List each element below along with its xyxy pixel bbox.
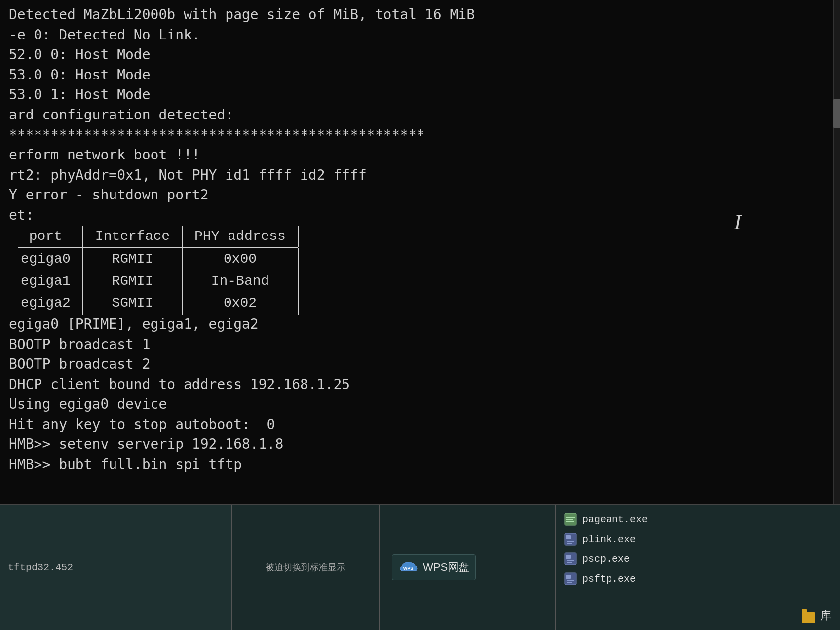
pageant-icon (564, 512, 577, 526)
scrollbar-thumb[interactable] (833, 99, 840, 128)
svg-rect-10 (566, 555, 571, 559)
wps-cloud-icon: WPS (398, 560, 418, 575)
cell-iface-0: RGMII (83, 248, 182, 271)
plink-icon (564, 532, 577, 546)
network-table: port Interface PHY address egiga0 RGMII … (18, 226, 299, 315)
taskbar-wps-area: WPS WPS网盘 (380, 505, 556, 630)
file-name-plink: plink.exe (582, 534, 636, 545)
svg-rect-3 (566, 519, 573, 520)
svg-rect-12 (567, 562, 572, 563)
col-interface: Interface (83, 226, 182, 248)
svg-rect-16 (567, 582, 572, 583)
cell-port-1: egiga1 (18, 271, 83, 293)
terminal-output: Detected MaZbLi2000b with page size of M… (9, 5, 831, 226)
taskbar-left: tftpd32.452 (0, 505, 232, 630)
svg-text:WPS: WPS (403, 566, 414, 571)
tftpd-label: tftpd32.452 (8, 562, 73, 573)
svg-rect-2 (566, 517, 575, 518)
text-cursor: I (734, 207, 741, 237)
taskbar: tftpd32.452 被迫切换到标准显示 WPS WPS网盘 (0, 504, 840, 630)
folder-label: 库 (820, 608, 831, 623)
cell-phy-1: In-Band (182, 271, 298, 293)
psftp-icon (564, 572, 577, 586)
svg-rect-14 (566, 575, 571, 579)
folder-icon (802, 612, 815, 623)
cell-phy-2: 0x02 (182, 292, 298, 315)
file-name-psftp: psftp.exe (582, 573, 636, 585)
wps-label: WPS网盘 (423, 560, 469, 575)
svg-rect-11 (567, 560, 574, 561)
wps-cloud-button[interactable]: WPS WPS网盘 (392, 554, 476, 580)
cell-iface-2: SGMII (83, 292, 182, 315)
file-item-psftp[interactable]: psftp.exe (564, 571, 785, 587)
cell-port-0: egiga0 (18, 248, 83, 271)
svg-rect-4 (566, 521, 574, 522)
center-text: 被迫切换到标准显示 (266, 561, 345, 573)
file-item-pageant[interactable]: pageant.exe (564, 512, 785, 527)
taskbar-center-label[interactable]: 被迫切换到标准显示 (232, 505, 380, 630)
taskbar-folder-area[interactable]: 库 (793, 505, 840, 630)
cell-phy-0: 0x00 (182, 248, 298, 271)
file-name-pscp: pscp.exe (582, 553, 630, 565)
cell-iface-1: RGMII (83, 271, 182, 293)
terminal-after-table: egiga0 [PRIME], egiga1, egiga2 BOOTP bro… (9, 315, 831, 475)
svg-rect-7 (567, 541, 574, 542)
table-row: egiga1 RGMII In-Band (18, 271, 298, 293)
svg-rect-6 (566, 535, 571, 539)
pscp-icon (564, 552, 577, 566)
file-item-plink[interactable]: plink.exe (564, 531, 785, 547)
file-item-pscp[interactable]: pscp.exe (564, 551, 785, 567)
cell-port-2: egiga2 (18, 292, 83, 315)
scrollbar[interactable] (833, 0, 840, 504)
svg-rect-8 (567, 543, 572, 544)
taskbar-file-list: pageant.exe plink.exe (556, 505, 793, 630)
terminal-window: Detected MaZbLi2000b with page size of M… (0, 0, 840, 504)
col-port: port (18, 226, 83, 248)
table-row: egiga0 RGMII 0x00 (18, 248, 298, 271)
table-row: egiga2 SGMII 0x02 (18, 292, 298, 315)
svg-rect-15 (567, 580, 574, 581)
file-name-pageant: pageant.exe (582, 514, 648, 525)
col-phy: PHY address (182, 226, 298, 248)
